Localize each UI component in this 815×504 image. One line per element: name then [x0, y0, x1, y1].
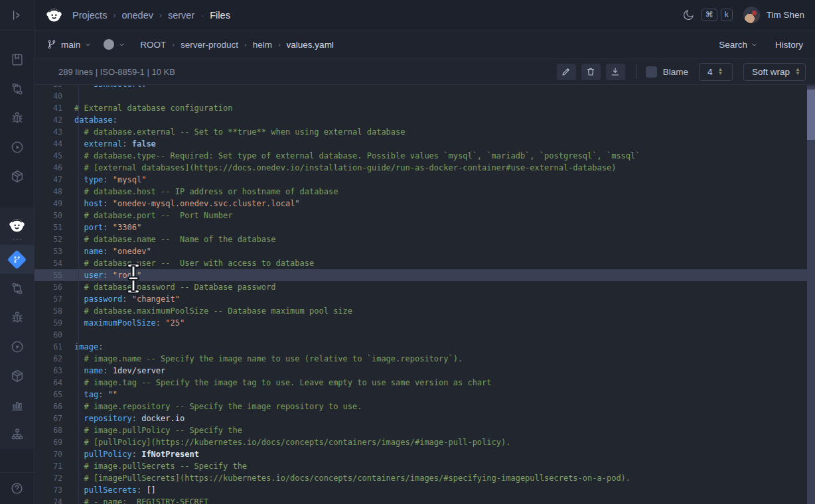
code-line[interactable]: 40	[35, 90, 807, 102]
sidebar-item-bug-icon[interactable]	[0, 103, 34, 133]
wrap-mode-select[interactable]: Soft wrap ▲▼	[743, 63, 806, 81]
line-number[interactable]: 61	[35, 341, 70, 353]
code-line[interactable]: 54 # database.user -- User with access t…	[35, 257, 807, 269]
breadcrumb-item[interactable]: onedev	[121, 10, 153, 21]
code-line[interactable]: 74 # - name: REGISTRY-SECRET	[35, 496, 807, 504]
history-link[interactable]: History	[775, 40, 803, 50]
line-number[interactable]: 53	[35, 245, 70, 257]
tab-size-stepper[interactable]: 4 ▲▼	[699, 63, 733, 81]
code-line[interactable]: 58 # database.maximumPoolSize -- Databas…	[35, 305, 807, 317]
code-line[interactable]: 63 name: 1dev/server	[35, 365, 807, 377]
line-number[interactable]: 74	[35, 496, 70, 504]
sidebar-item-book-icon[interactable]	[0, 45, 34, 74]
breadcrumb-item[interactable]: Projects	[72, 10, 107, 21]
line-number[interactable]: 39	[35, 86, 70, 90]
code-line[interactable]: 65 tag: ""	[35, 389, 807, 401]
code-line[interactable]: 69 # [pullPolicy](https://kubernetes.io/…	[35, 436, 807, 448]
line-number[interactable]: 46	[35, 162, 70, 174]
line-number[interactable]: 64	[35, 377, 70, 389]
line-number[interactable]: 42	[35, 114, 70, 126]
code-line[interactable]: 57 password: "changeit"	[35, 293, 807, 305]
line-number[interactable]: 68	[35, 424, 70, 436]
code-line[interactable]: 67 repository: docker.io	[35, 412, 807, 424]
line-number[interactable]: 48	[35, 186, 70, 198]
path-segment[interactable]: server-product	[181, 40, 238, 50]
line-number[interactable]: 52	[35, 233, 70, 245]
line-number[interactable]: 47	[35, 174, 70, 186]
line-number[interactable]: 58	[35, 305, 70, 317]
sidebar-item-org-chart-icon[interactable]	[0, 420, 34, 449]
code-line[interactable]: 42database:	[35, 114, 807, 126]
code-line[interactable]: 44 external: false	[35, 138, 807, 150]
code-line[interactable]: 72 # [imagePullSecrets](https://kubernet…	[35, 472, 807, 484]
help-icon[interactable]	[0, 472, 34, 504]
sidebar-item-package-icon[interactable]	[0, 361, 34, 391]
sidebar-item-play-circle-icon[interactable]	[0, 332, 34, 361]
code-line[interactable]: 60	[35, 329, 807, 341]
line-number[interactable]: 66	[35, 401, 70, 412]
line-number[interactable]: 41	[35, 102, 70, 114]
line-number[interactable]: 63	[35, 365, 70, 377]
code-line[interactable]: 41# External database configuration	[35, 102, 807, 114]
line-number[interactable]: 62	[35, 353, 70, 365]
expand-sidebar-icon[interactable]	[0, 0, 34, 31]
sidebar-item-package-icon[interactable]	[0, 162, 34, 191]
code-line[interactable]: 51 port: "3306"	[35, 221, 807, 233]
keyboard-shortcut-key[interactable]: ⌘	[702, 9, 717, 21]
line-number[interactable]: 49	[35, 198, 70, 210]
sidebar-item-bug-icon[interactable]	[0, 303, 34, 332]
status-selector[interactable]	[104, 39, 125, 50]
blame-label[interactable]: Blame	[663, 67, 688, 77]
code-line[interactable]: 71 # image.pullSecrets -- Specify the	[35, 460, 807, 472]
download-button[interactable]	[606, 64, 625, 80]
code-line[interactable]: 62 # image.name -- Specify the image nam…	[35, 353, 807, 365]
code-line[interactable]: 55 user: "root"	[35, 269, 807, 281]
line-number[interactable]: 59	[35, 317, 70, 329]
code-line[interactable]: 66 # image.repository -- Specify the ima…	[35, 401, 807, 412]
line-number[interactable]: 40	[35, 90, 70, 102]
sidebar-item-bar-chart-icon[interactable]	[0, 391, 34, 420]
path-segment[interactable]: ROOT	[140, 40, 166, 50]
code-line[interactable]: 46 # [external databases](https://docs.o…	[35, 162, 807, 174]
line-number[interactable]: 69	[35, 436, 70, 448]
onedev-logo-icon[interactable]	[45, 6, 63, 24]
line-number[interactable]: 50	[35, 210, 70, 221]
line-number[interactable]: 65	[35, 389, 70, 401]
code-line[interactable]: 48 # database.host -- IP address or host…	[35, 186, 807, 198]
line-number[interactable]: 70	[35, 448, 70, 460]
path-segment[interactable]: helm	[253, 40, 272, 50]
code-line[interactable]: 39 sshRootUrl:	[35, 86, 807, 90]
line-number[interactable]: 51	[35, 221, 70, 233]
line-number[interactable]: 57	[35, 293, 70, 305]
sidebar-item-pull-request-icon[interactable]	[0, 274, 34, 303]
line-number[interactable]: 73	[35, 484, 70, 496]
code-line[interactable]: 70 pullPolicy: IfNotPresent	[35, 448, 807, 460]
line-number[interactable]: 72	[35, 472, 70, 484]
project-avatar[interactable]	[0, 208, 34, 234]
line-number[interactable]: 56	[35, 281, 70, 293]
code-line[interactable]: 73 pullSecrets: []	[35, 484, 807, 496]
code-line[interactable]: 61image:	[35, 341, 807, 353]
blame-checkbox[interactable]	[646, 66, 657, 78]
user-avatar[interactable]	[743, 7, 760, 23]
vertical-scrollbar[interactable]	[807, 86, 815, 504]
code-line[interactable]: 47 type: "mysql"	[35, 174, 807, 186]
line-number[interactable]: 67	[35, 412, 70, 424]
code-line[interactable]: 49 host: "onedev-mysql.onedev.svc.cluste…	[35, 198, 807, 210]
branch-selector[interactable]: main	[46, 39, 92, 50]
code-line[interactable]: 52 # database.name -- Name of the databa…	[35, 233, 807, 245]
breadcrumb-item[interactable]: server	[168, 10, 194, 21]
line-number[interactable]: 71	[35, 460, 70, 472]
code-line[interactable]: 43 # database.external -- Set to **true*…	[35, 126, 807, 138]
delete-button[interactable]	[581, 64, 601, 80]
line-number[interactable]: 44	[35, 138, 70, 150]
code-line[interactable]: 50 # database.port -- Port Number	[35, 210, 807, 221]
scrollbar-thumb[interactable]	[807, 90, 815, 140]
code-line[interactable]: 56 # database.password -- Database passw…	[35, 281, 807, 293]
line-number[interactable]: 45	[35, 150, 70, 162]
ellipsis-icon[interactable]	[0, 234, 34, 245]
sidebar-item-pull-request-icon[interactable]	[0, 74, 34, 103]
sidebar-item-files-branch-icon[interactable]	[0, 245, 34, 274]
line-number[interactable]: 54	[35, 257, 70, 269]
code-viewer[interactable]: 39 sshRootUrl:4041# External database co…	[35, 86, 815, 504]
